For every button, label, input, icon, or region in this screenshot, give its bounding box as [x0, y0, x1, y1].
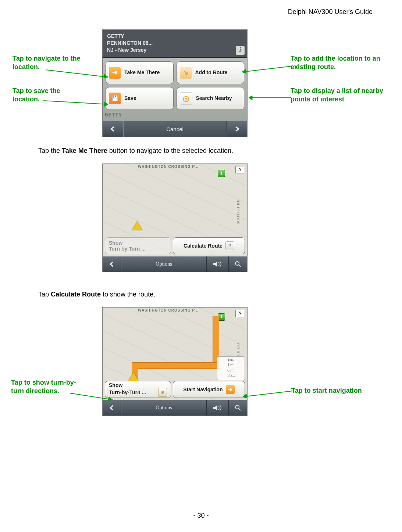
arrow-right-icon: ➜ — [226, 385, 235, 394]
route-add-icon — [180, 67, 192, 79]
compass-button[interactable]: N — [235, 166, 244, 173]
options-bar: Options — [103, 256, 247, 272]
magnifier-icon — [235, 261, 241, 267]
total-label: Total — [218, 357, 244, 362]
chevron-right-icon — [234, 126, 240, 132]
compass-button[interactable]: N — [235, 310, 244, 317]
options-button[interactable]: Options — [121, 256, 207, 272]
start-navigation-button[interactable]: Start Navigation ➜ — [173, 381, 245, 398]
poi-address-line1: PENNINGTON 08... — [107, 40, 232, 47]
calculate-route-button[interactable]: Calculate Route ? — [173, 237, 245, 254]
search-nearby-button[interactable]: Search Nearby — [177, 87, 245, 110]
current-position-icon — [132, 221, 142, 230]
bottom-bar: Cancel — [103, 121, 247, 137]
instruction-text-1: Tap the Take Me There button to navigate… — [38, 147, 233, 155]
screenshot-calculate-route: WASHINGTON CROSSING P... N 1 SCOTCH RD S… — [102, 163, 248, 272]
target-icon — [180, 92, 192, 105]
calculate-route-label: Calculate Route — [184, 243, 223, 249]
total-eta: 11:... — [218, 373, 244, 378]
volume-button[interactable] — [207, 256, 229, 272]
svg-line-16 — [243, 391, 293, 397]
cancel-button[interactable]: Cancel — [123, 121, 227, 137]
svg-marker-11 — [213, 405, 217, 410]
svg-point-9 — [235, 262, 239, 265]
arrow-icon — [70, 392, 118, 401]
chevron-left-icon — [109, 405, 115, 410]
zoom-button[interactable] — [229, 256, 247, 272]
callout-search-nearby: Tap to display a list of nearby points o… — [291, 87, 386, 103]
instruction-text-2: Tap Calculate Route to show the route. — [38, 290, 155, 299]
total-distance: 1 mi — [218, 362, 244, 367]
page-header-title: Delphi NAV300 User's Guide — [288, 8, 373, 16]
map-background: WASHINGTON CROSSING P... N 1 SCOTCH RD T… — [103, 308, 247, 416]
start-navigation-label: Start Navigation — [183, 387, 223, 392]
waypoint-marker-1: 1 — [218, 313, 225, 321]
forward-button[interactable] — [227, 121, 247, 137]
screenshot-start-navigation: WASHINGTON CROSSING P... N 1 SCOTCH RD T… — [102, 307, 248, 416]
list-icon — [158, 388, 167, 397]
svg-marker-5 — [242, 69, 246, 73]
route-total-box: Total 1 mi 03m 11:... — [217, 356, 245, 380]
waypoint-marker-1: 1 — [218, 170, 225, 177]
back-button[interactable] — [103, 256, 121, 272]
question-icon: ? — [225, 241, 234, 250]
svg-marker-1 — [104, 74, 108, 78]
info-icon[interactable]: i — [235, 46, 245, 55]
volume-button[interactable] — [207, 400, 229, 416]
chevron-left-icon — [110, 126, 116, 132]
map-background: WASHINGTON CROSSING P... N 1 SCOTCH RD S… — [103, 164, 247, 272]
options-button[interactable]: Options — [121, 400, 207, 416]
svg-line-0 — [46, 70, 108, 77]
callout-start-nav: Tap to start navigation — [291, 387, 387, 395]
total-time: 03m — [218, 367, 244, 373]
back-button[interactable] — [103, 400, 121, 416]
map-street-label: WASHINGTON CROSSING P... — [138, 308, 199, 312]
svg-marker-8 — [213, 262, 217, 267]
map-street-label: WASHINGTON CROSSING P... — [138, 165, 199, 169]
route-segment — [135, 363, 219, 369]
magnifier-icon — [235, 405, 241, 411]
search-nearby-label: Search Nearby — [196, 95, 232, 101]
svg-marker-17 — [243, 394, 247, 398]
svg-marker-15 — [108, 397, 113, 400]
background-poi-text: GETTY — [105, 112, 122, 118]
options-bar: Options — [103, 400, 247, 416]
show-turn-by-turn-button-disabled: Show Turn by Turn ... — [105, 237, 171, 254]
svg-line-10 — [239, 265, 241, 267]
poi-address-line2: NJ - New Jersey — [107, 47, 232, 54]
svg-point-12 — [235, 405, 239, 409]
save-label: Save — [124, 95, 136, 101]
speaker-icon — [213, 261, 223, 267]
svg-line-14 — [70, 393, 113, 400]
save-button[interactable]: Save — [106, 87, 174, 110]
current-position-icon — [128, 372, 139, 381]
poi-info-header: GETTY PENNINGTON 08... NJ - New Jersey i — [103, 30, 247, 58]
road-label: SCOTCH RD — [236, 199, 240, 224]
speaker-icon — [213, 405, 223, 411]
zoom-button[interactable] — [229, 400, 247, 416]
take-me-there-label: Take Me There — [124, 69, 160, 76]
add-to-route-label: Add to Route — [195, 69, 228, 76]
poi-name: GETTY — [107, 33, 232, 40]
take-me-there-button[interactable]: Take Me There — [106, 61, 174, 84]
svg-line-13 — [239, 409, 241, 410]
chevron-left-icon — [109, 262, 115, 267]
svg-line-2 — [43, 101, 108, 104]
callout-add-route: Tap to add the location to an existing r… — [291, 54, 386, 71]
svg-line-4 — [242, 66, 292, 72]
arrow-icon — [46, 68, 113, 79]
back-button[interactable] — [103, 121, 123, 137]
page-number: - 30 - — [0, 512, 402, 520]
add-to-route-button[interactable]: Add to Route — [177, 61, 245, 84]
arrow-icon — [237, 65, 292, 73]
svg-marker-3 — [104, 102, 108, 107]
arrow-icon — [43, 99, 113, 107]
arrow-icon — [243, 95, 291, 101]
arrow-icon — [238, 389, 293, 398]
screenshot-poi-menu: GETTY PENNINGTON 08... NJ - New Jersey i… — [102, 29, 248, 137]
svg-marker-7 — [249, 96, 252, 100]
